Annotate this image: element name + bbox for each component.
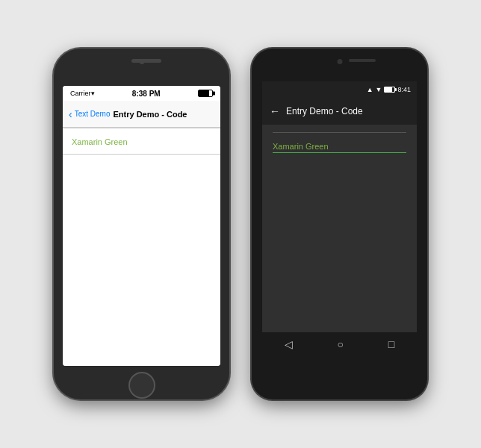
ios-back-label: Text Demo: [75, 110, 111, 118]
ios-entry-input[interactable]: [72, 137, 211, 146]
android-nav-bar: ◁ ○ □: [262, 332, 417, 356]
android-recents-nav-icon[interactable]: □: [388, 338, 394, 350]
android-status-icons: ▲ ▼ 8:41: [367, 86, 411, 93]
ios-status-bar: Carrier ▾ 8:38 PM: [63, 86, 220, 101]
android-home-nav-icon[interactable]: ○: [338, 338, 344, 350]
android-wifi-icon: ▼: [376, 86, 382, 93]
ios-battery-fill: [199, 90, 209, 96]
ios-speaker: [131, 59, 161, 63]
ios-battery: [198, 90, 213, 97]
ios-back-button[interactable]: ‹ Text Demo: [69, 108, 110, 120]
android-phone: ▲ ▼ 8:41 ← Entry Demo - Code ◁ ○ □: [252, 49, 427, 399]
ios-phone: Carrier ▾ 8:38 PM ‹ Text Demo Entry Demo…: [54, 49, 229, 399]
ios-nav-bar: ‹ Text Demo Entry Demo - Code: [63, 101, 220, 128]
ios-time: 8:38 PM: [95, 90, 198, 98]
ios-nav-title: Entry Demo - Code: [113, 110, 187, 119]
android-signal-icon: ▲: [367, 86, 373, 93]
android-back-nav-icon[interactable]: ◁: [285, 338, 293, 350]
android-toolbar-title: Entry Demo - Code: [286, 106, 363, 116]
android-screen: ▲ ▼ 8:41 ← Entry Demo - Code ◁ ○ □: [262, 81, 417, 356]
ios-entry-row: [63, 128, 220, 155]
android-battery-fill: [385, 87, 391, 92]
ios-back-chevron-icon: ‹: [69, 108, 72, 120]
ios-carrier: Carrier: [70, 90, 91, 97]
android-top-divider: [273, 132, 406, 133]
android-battery: [384, 87, 395, 93]
android-time: 8:41: [397, 86, 411, 93]
android-speaker: [349, 59, 376, 62]
android-entry-input[interactable]: [273, 140, 406, 153]
android-camera: [337, 59, 342, 64]
ios-screen: Carrier ▾ 8:38 PM ‹ Text Demo Entry Demo…: [63, 86, 220, 366]
android-content: [262, 125, 417, 332]
android-status-bar: ▲ ▼ 8:41: [262, 81, 417, 98]
ios-home-button[interactable]: [128, 372, 155, 399]
android-back-icon[interactable]: ←: [270, 105, 280, 117]
ios-content: [63, 128, 220, 366]
android-toolbar: ← Entry Demo - Code: [262, 98, 417, 125]
